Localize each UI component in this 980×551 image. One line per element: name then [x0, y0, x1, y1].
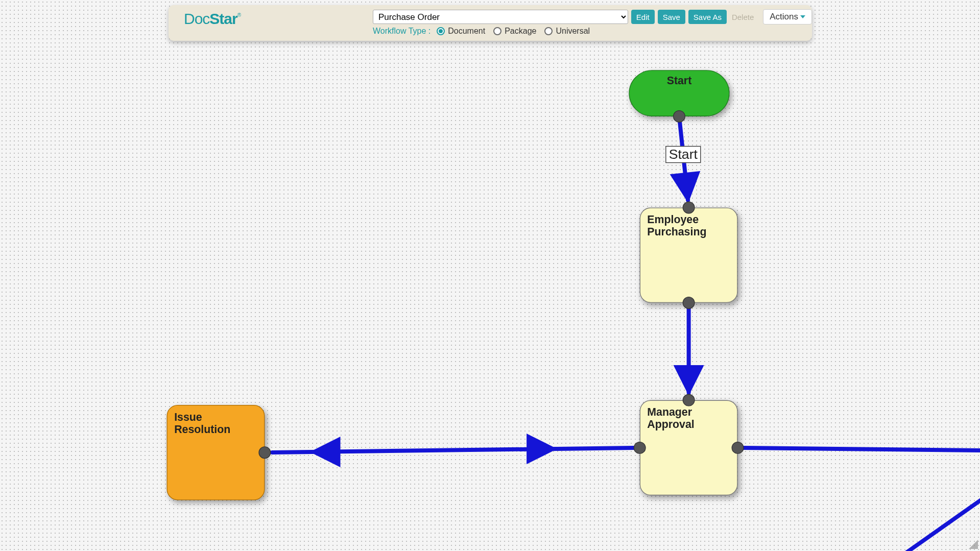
workflow-type-radio-universal[interactable] [544, 27, 553, 35]
resize-grip-icon [969, 540, 978, 549]
logo-reg-mark: ® [237, 12, 241, 18]
edit-button[interactable]: Edit [631, 10, 655, 24]
workflow-type-label-universal[interactable]: Universal [556, 27, 590, 36]
delete-link-disabled: Delete [730, 13, 756, 21]
workflow-type-label: Workflow Type : [373, 27, 431, 36]
save-button[interactable]: Save [658, 10, 685, 24]
save-as-button[interactable]: Save As [688, 10, 727, 24]
edge-labels-layer: Start [0, 0, 980, 551]
actions-label: Actions [770, 12, 798, 22]
workflow-type-label-package[interactable]: Package [505, 27, 536, 36]
logo-text-bold: Star [209, 10, 237, 27]
caret-down-icon [800, 15, 805, 18]
toolbar-row-workflow-type: Workflow Type : Document Package Univers… [373, 27, 593, 36]
app-logo: DocStar® [184, 10, 241, 28]
logo-text-pre: Doc [184, 10, 209, 27]
workflow-toolbar: DocStar® Purchase Order Edit Save Save A… [169, 5, 812, 41]
toolbar-row-primary: Purchase Order Edit Save Save As Delete … [373, 9, 812, 25]
workflow-type-radio-package[interactable] [493, 27, 501, 35]
workflow-select[interactable]: Purchase Order [373, 10, 628, 24]
workflow-type-label-document[interactable]: Document [448, 27, 485, 36]
connector-label[interactable]: Start [665, 146, 701, 163]
actions-dropdown-button[interactable]: Actions [763, 9, 812, 25]
workflow-type-radio-document[interactable] [437, 27, 445, 35]
